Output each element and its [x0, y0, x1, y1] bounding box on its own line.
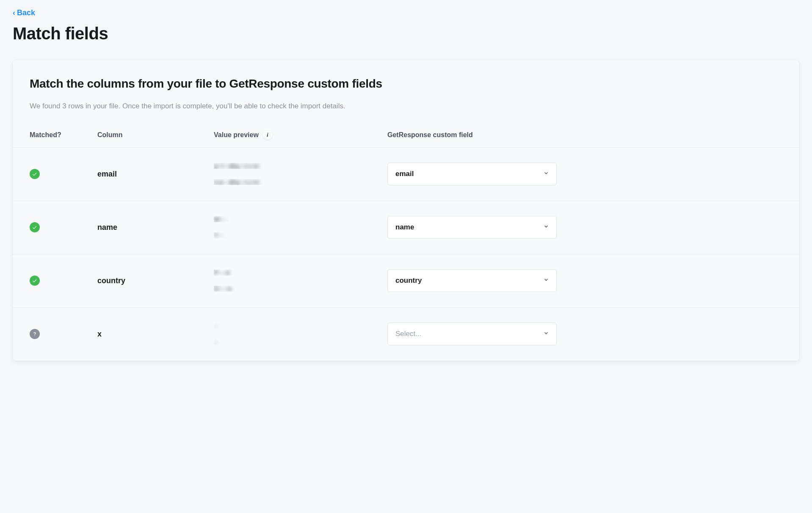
preview-value: T···	[214, 232, 387, 238]
preview-value: s·p···@g···l.c·m	[214, 179, 387, 185]
preview-value: g··l···@g···l.c·m	[214, 163, 387, 169]
value-preview-cell: ····	[214, 323, 387, 345]
card-subtitle: We found 3 rows in your file. Once the i…	[30, 101, 782, 112]
column-name: country	[97, 276, 214, 285]
preview-value: ··	[214, 339, 387, 345]
card-header: Match the columns from your file to GetR…	[13, 60, 799, 122]
column-name: name	[97, 223, 214, 232]
column-name: x	[97, 330, 214, 339]
header-custom-field: GetResponse custom field	[387, 131, 782, 139]
preview-value: ··	[214, 323, 387, 329]
question-circle-icon	[30, 329, 40, 339]
page-title: Match fields	[13, 24, 799, 43]
custom-field-select[interactable]: name	[387, 216, 557, 239]
status-cell	[30, 169, 97, 179]
back-label: Back	[17, 8, 35, 17]
header-matched: Matched?	[30, 131, 97, 139]
value-preview-cell: P····dD·····k	[214, 270, 387, 292]
chevron-left-icon: ‹	[13, 8, 15, 17]
value-preview-cell: g··l···@g···l.c·ms·p···@g···l.c·m	[214, 163, 387, 185]
card-title: Match the columns from your file to GetR…	[30, 77, 782, 91]
preview-value: D·····k	[214, 286, 387, 292]
custom-field-select[interactable]: country	[387, 269, 557, 292]
table-header-row: Matched? Column Value preview i GetRespo…	[13, 122, 799, 148]
check-circle-icon	[30, 169, 40, 179]
status-cell	[30, 276, 97, 286]
header-value-preview-label: Value preview	[214, 131, 259, 139]
table-row: countryP····dD·····kcountry	[13, 254, 799, 308]
back-link[interactable]: ‹ Back	[13, 8, 35, 17]
header-column: Column	[97, 131, 214, 139]
check-circle-icon	[30, 276, 40, 286]
preview-value: P····d	[214, 270, 387, 276]
custom-field-select[interactable]: Select...	[387, 323, 557, 345]
header-value-preview: Value preview i	[214, 130, 387, 140]
table-row: emailg··l···@g···l.c·ms·p···@g···l.c·mem…	[13, 148, 799, 201]
custom-field-cell: name	[387, 216, 782, 239]
column-name: email	[97, 170, 214, 179]
custom-field-cell: Select...	[387, 323, 782, 345]
table-row: x····Select...	[13, 308, 799, 361]
value-preview-cell: M····T···	[214, 216, 387, 238]
custom-field-select[interactable]: email	[387, 163, 557, 185]
preview-value: M····	[214, 216, 387, 222]
custom-field-cell: country	[387, 269, 782, 292]
table-row: nameM····T···name	[13, 201, 799, 254]
status-cell	[30, 222, 97, 232]
custom-field-cell: email	[387, 163, 782, 185]
match-table: Matched? Column Value preview i GetRespo…	[13, 122, 799, 361]
info-icon[interactable]: i	[263, 130, 272, 140]
match-fields-card: Match the columns from your file to GetR…	[13, 60, 799, 361]
status-cell	[30, 329, 97, 339]
check-circle-icon	[30, 222, 40, 232]
